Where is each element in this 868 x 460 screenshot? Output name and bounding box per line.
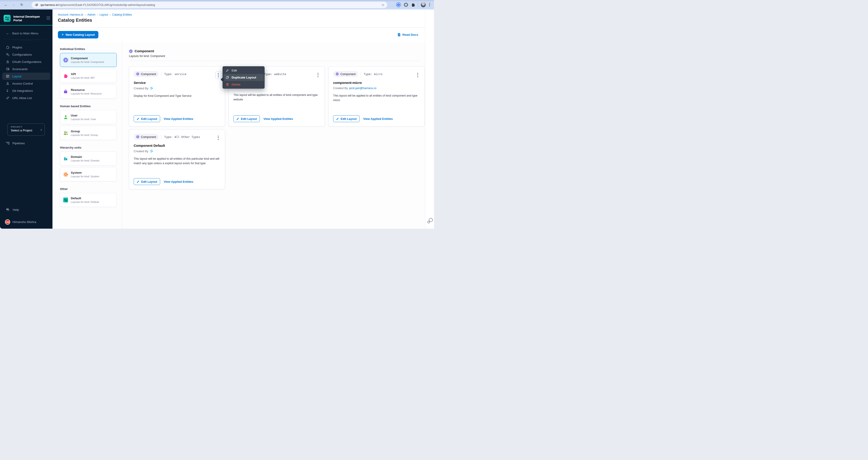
pencil-icon xyxy=(336,117,339,120)
sidebar-item-help[interactable]: ? Help xyxy=(6,206,19,213)
menu-item-edit[interactable]: Edit xyxy=(223,67,264,74)
user-name: Himanshu Mishra xyxy=(12,220,36,224)
layout-title: component-micro xyxy=(333,81,420,85)
puzzle-icon xyxy=(63,73,68,79)
back-to-main-menu[interactable]: ← Back to Main Menu xyxy=(6,31,38,35)
sidebar-nav: Plugins Configurations OAuth Configurati… xyxy=(0,44,53,101)
kind-badge: Component xyxy=(333,71,358,77)
breadcrumb-account[interactable]: Account: Harness.io xyxy=(58,13,83,16)
created-by: Created By xyxy=(134,86,220,90)
menu-item-delete[interactable]: Delete xyxy=(223,81,264,88)
entity-kind-panel: Individual Entities Component Layouts fo… xyxy=(53,42,122,228)
created-by: Created By xyxy=(134,149,220,153)
section-label-other: Other xyxy=(60,187,117,191)
sidebar-item-access-control[interactable]: Access Control xyxy=(2,80,50,87)
extensions-puzzle-icon[interactable] xyxy=(411,2,415,7)
view-applied-entities-link[interactable]: View Applied Entities xyxy=(264,117,293,121)
kind-badge: Component xyxy=(134,71,158,77)
sidebar-item-git-integrations[interactable]: Git Integrations xyxy=(2,87,50,94)
card-menu-kebab-icon[interactable] xyxy=(415,71,421,79)
sidebar-item-oauth-configurations[interactable]: OAuth Configurations xyxy=(2,58,50,65)
chip-icon xyxy=(129,49,133,53)
entity-kind-user[interactable]: User Layouts for kind: User xyxy=(60,110,117,124)
pipelines-icon xyxy=(6,141,10,145)
site-info-icon[interactable] xyxy=(35,3,38,6)
main-zone: Account: Harness.io› Admin› Layout› Cata… xyxy=(53,9,425,228)
edit-layout-button[interactable]: Edit Layout xyxy=(234,115,260,122)
sidebar-item-configurations[interactable]: Configurations xyxy=(2,51,50,58)
layout-card-component-default: Component Type: All Other Types Componen… xyxy=(129,129,225,189)
entity-kind-group[interactable]: Group Layouts for kind: Group xyxy=(60,126,117,140)
entity-kind-system[interactable]: System Layouts for kind: System xyxy=(60,167,117,181)
kind-heading: Component xyxy=(129,49,421,53)
duplicate-icon xyxy=(226,76,229,79)
idp-logo-icon xyxy=(4,14,11,22)
breadcrumb-admin[interactable]: Admin xyxy=(87,13,95,16)
sidebar-item-plugins[interactable]: Plugins xyxy=(2,44,50,51)
content: Account: Harness.io› Admin› Layout› Cata… xyxy=(53,9,434,228)
spinner-extension-icon[interactable] xyxy=(403,2,408,7)
breadcrumb-layout[interactable]: Layout xyxy=(99,13,108,16)
divider xyxy=(3,38,50,40)
layout-icon xyxy=(6,74,9,78)
sidebar-user[interactable]: HM Himanshu Mishra xyxy=(5,219,36,225)
entity-kind-api[interactable]: API Layouts for kind: API xyxy=(60,69,117,83)
password-manager-extension-icon[interactable] xyxy=(396,2,401,7)
module-grid-icon[interactable] xyxy=(46,16,50,20)
read-docs-link[interactable]: Read Docs xyxy=(397,33,418,37)
divider xyxy=(418,3,418,7)
kind-subheading: Layouts for kind: Component xyxy=(129,55,421,58)
url-bar[interactable]: qa.harness.io/ng/account/zEaak-FLS425IEO… xyxy=(32,2,387,8)
breadcrumb-catalog-entities[interactable]: Catalog Entities xyxy=(112,13,132,16)
card-context-menu: Edit Duplicate Layout Delete xyxy=(222,66,265,89)
chip-icon xyxy=(136,72,139,75)
project-selector[interactable]: PROJECT Select a Project › xyxy=(7,123,45,136)
edit-layout-button[interactable]: Edit Layout xyxy=(134,115,160,122)
lock-icon xyxy=(6,60,9,64)
browser-forward-icon[interactable]: → xyxy=(11,2,16,7)
entity-kind-component[interactable]: Component Layouts for kind: Component xyxy=(60,53,117,67)
help-chat-icon: ? xyxy=(6,208,10,212)
entity-kind-domain[interactable]: Domain Layouts for kind: Domain xyxy=(60,152,117,165)
sidebar-item-layout[interactable]: Layout xyxy=(2,72,50,80)
chip-icon xyxy=(136,135,139,139)
layout-description: This layout will be applied to all entit… xyxy=(333,93,420,102)
section-label-human: Human based Entities xyxy=(60,104,117,108)
puzzle-icon xyxy=(6,45,9,49)
sidebar-item-scorecards[interactable]: Scorecards xyxy=(2,65,50,72)
support-chat-icon[interactable] xyxy=(427,218,434,224)
layouts-area: Component Layouts for kind: Component Co… xyxy=(122,42,425,228)
url-text[interactable]: qa.harness.io/ng/account/zEaak-FLS425IEO… xyxy=(40,3,381,6)
view-applied-entities-link[interactable]: View Applied Entities xyxy=(164,117,193,121)
link-icon xyxy=(6,96,9,100)
card-menu-kebab-icon[interactable] xyxy=(215,71,221,79)
layout-title: Component Default xyxy=(134,144,220,148)
breadcrumb: Account: Harness.io› Admin› Layout› Cata… xyxy=(58,13,132,16)
view-applied-entities-link[interactable]: View Applied Entities xyxy=(363,117,393,121)
sidebar-item-pipelines[interactable]: Pipelines xyxy=(6,140,25,147)
layout-description: Display for Kind Component and Type Serv… xyxy=(134,94,220,98)
card-menu-kebab-icon[interactable] xyxy=(215,134,221,141)
edit-layout-button[interactable]: Edit Layout xyxy=(134,178,160,185)
browser-reload-icon[interactable]: ↻ xyxy=(20,2,24,7)
browser-menu-icon[interactable] xyxy=(428,2,431,8)
chevron-right-icon: › xyxy=(40,127,42,132)
new-catalog-layout-button[interactable]: + New Catalog Layout xyxy=(58,31,98,38)
browser-extensions-area xyxy=(396,1,431,8)
view-applied-entities-link[interactable]: View Applied Entities xyxy=(164,180,193,183)
edit-layout-button[interactable]: Edit Layout xyxy=(333,115,360,122)
entity-kind-default[interactable]: Default Layouts for kind: Default xyxy=(60,193,117,207)
brand: Internal Developer Portal xyxy=(4,14,50,22)
layout-description: This layout will be applied to all entit… xyxy=(234,93,320,102)
buildings-icon xyxy=(63,156,68,161)
card-menu-kebab-icon[interactable] xyxy=(315,71,321,79)
created-by-email-link[interactable]: jenil.jain@harness.io xyxy=(349,86,376,90)
bookmark-star-icon[interactable]: ☆ xyxy=(381,3,384,7)
brand-divider xyxy=(0,25,53,26)
harness-user-icon xyxy=(150,86,153,90)
browser-back-icon[interactable]: ← xyxy=(4,2,8,7)
menu-item-duplicate-layout[interactable]: Duplicate Layout xyxy=(223,74,264,81)
sidebar-item-url-allow-list[interactable]: URL Allow List xyxy=(2,94,50,101)
entity-kind-resource[interactable]: Resource Layouts for kind: Resource xyxy=(60,85,117,99)
browser-profile-avatar[interactable] xyxy=(421,2,426,7)
